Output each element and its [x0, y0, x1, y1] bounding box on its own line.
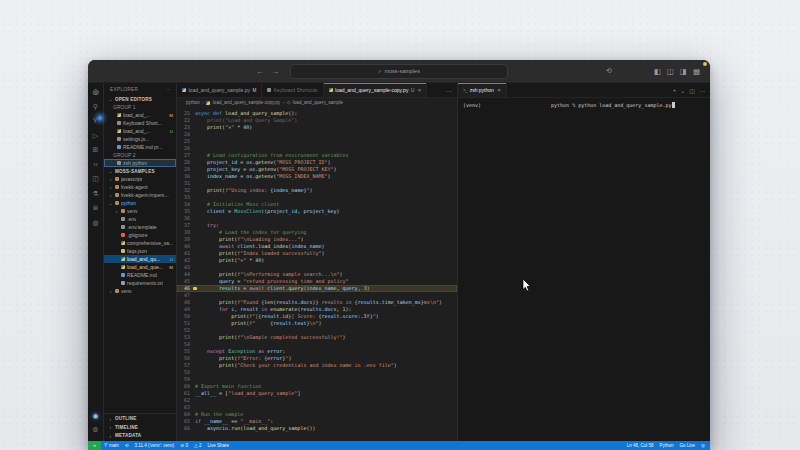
line-number[interactable]: 28: [177, 159, 195, 166]
section-metadata[interactable]: ›METADATA: [104, 431, 176, 440]
line-number[interactable]: 35: [177, 208, 195, 215]
activity-settings-icon[interactable]: ⚙: [88, 426, 103, 434]
section-outline[interactable]: ›OUTLINE: [104, 414, 176, 423]
code-line[interactable]: 46 results = await client.query(index_na…: [177, 285, 457, 292]
line-number[interactable]: 57: [177, 362, 195, 369]
activity-testing-icon[interactable]: ⚗: [88, 190, 103, 198]
open-editor-item[interactable]: settings.js...: [104, 135, 176, 143]
section-timeline[interactable]: ›TIMELINE: [104, 423, 176, 432]
code-line[interactable]: 49 for i, result in enumerate(results.do…: [177, 306, 457, 313]
status-bell[interactable]: ◎: [698, 443, 708, 448]
code-line[interactable]: 33: [177, 194, 457, 201]
code-line[interactable]: 54: [177, 341, 457, 348]
activity-source-control-icon[interactable]: Ƴ: [88, 117, 103, 125]
code-line[interactable]: 43: [177, 264, 457, 271]
code-line[interactable]: 30 index_name = os.getenv("MOSS_INDEX_NA…: [177, 173, 457, 180]
line-number[interactable]: 34: [177, 201, 195, 208]
line-number[interactable]: 36: [177, 215, 195, 222]
line-number[interactable]: 52: [177, 327, 195, 334]
plus-icon[interactable]: +: [673, 87, 677, 93]
code-line[interactable]: 61__all__ = ["load_and_query_sample"]: [177, 390, 457, 397]
line-number[interactable]: 24: [177, 131, 195, 138]
line-number[interactable]: 21: [177, 110, 195, 117]
tree-item[interactable]: load_and_qu...U: [104, 255, 176, 263]
code-line[interactable]: 64# Run the sample: [177, 411, 457, 418]
status-go-live[interactable]: Go Live: [677, 443, 699, 448]
line-number[interactable]: 54: [177, 341, 195, 348]
close-icon[interactable]: ×: [418, 87, 422, 93]
line-number[interactable]: 37: [177, 222, 195, 229]
code-line[interactable]: 41 print(f"Index loaded successfully"): [177, 250, 457, 257]
code-line[interactable]: 55 except Exception as error:: [177, 348, 457, 355]
tab-load-and-query-sample-copy-py[interactable]: load_and_query_sample-copy.pyU×: [324, 83, 428, 97]
code-line[interactable]: 40 await client.load_index(index_name): [177, 243, 457, 250]
code-line[interactable]: 28 project_id = os.getenv("MOSS_PROJECT_…: [177, 159, 457, 166]
line-number[interactable]: 58: [177, 369, 195, 376]
line-number[interactable]: 27: [177, 152, 195, 159]
line-number[interactable]: 40: [177, 243, 195, 250]
line-number[interactable]: 59: [177, 376, 195, 383]
code-line[interactable]: 26: [177, 145, 457, 152]
activity-database-icon[interactable]: ≣: [88, 204, 103, 212]
code-line[interactable]: 51 print(f" {result.text}\n"): [177, 320, 457, 327]
code-line[interactable]: 66 asyncio.run(load_and_query_sample()): [177, 425, 457, 432]
code-line[interactable]: 52: [177, 327, 457, 334]
refresh-icon[interactable]: ⟲: [606, 67, 612, 75]
open-editor-item[interactable]: zsh python: [104, 159, 176, 167]
breadcrumb-item[interactable]: load_and_query_sample: [293, 100, 343, 105]
tree-item[interactable]: faqs.json: [104, 247, 176, 255]
activity-live-share-icon[interactable]: ◍: [88, 219, 103, 227]
activity-run-debug-icon[interactable]: ▷: [88, 132, 103, 140]
tree-item[interactable]: .env.template: [104, 223, 176, 231]
open-editor-item[interactable]: load_and_...U: [104, 127, 176, 135]
tree-item[interactable]: ›venv: [104, 207, 176, 215]
line-number[interactable]: 39: [177, 236, 195, 243]
terminal-body[interactable]: (venv) python % python load_and_query_sa…: [458, 98, 710, 441]
line-number[interactable]: 49: [177, 306, 195, 313]
line-number[interactable]: 61: [177, 390, 195, 397]
tree-item[interactable]: comprehensive_sa...: [104, 239, 176, 247]
line-number[interactable]: 41: [177, 250, 195, 257]
line-number[interactable]: 66: [177, 425, 195, 432]
tree-item[interactable]: ›livekit-agent-impers...: [104, 191, 176, 199]
line-number[interactable]: 45: [177, 278, 195, 285]
terminal-tab[interactable]: >_ zsh python ×: [458, 83, 507, 97]
tab-load-and-query-sample-py[interactable]: load_and_query_sample.pyM: [177, 83, 262, 97]
line-number[interactable]: 63: [177, 404, 195, 411]
code-line[interactable]: 42 print("=" * 40): [177, 257, 457, 264]
code-line[interactable]: 50 print(f"[{result.id}] Score: {result.…: [177, 313, 457, 320]
line-number[interactable]: 43: [177, 264, 195, 271]
code-line[interactable]: 60# Export main function: [177, 383, 457, 390]
line-number[interactable]: 44: [177, 271, 195, 278]
line-number[interactable]: 38: [177, 229, 195, 236]
status-live-share[interactable]: Live Share: [204, 443, 232, 448]
tree-item[interactable]: ⌄python: [104, 199, 176, 207]
status-ln-46-col-58[interactable]: Ln 46, Col 58: [624, 443, 657, 448]
line-number[interactable]: 25: [177, 138, 195, 145]
chevron-down-icon[interactable]: ⌄: [680, 87, 685, 94]
tree-item[interactable]: load_and_que...M: [104, 263, 176, 271]
forward-icon[interactable]: →: [271, 67, 279, 76]
line-number[interactable]: 23: [177, 124, 195, 131]
tree-item[interactable]: ›javascript: [104, 175, 176, 183]
code-line[interactable]: 31: [177, 180, 457, 187]
line-number[interactable]: 31: [177, 180, 195, 187]
line-number[interactable]: 62: [177, 397, 195, 404]
code-line[interactable]: 27 # Load configuration from environment…: [177, 152, 457, 159]
code-line[interactable]: 53 print(f"\nSample completed successful…: [177, 334, 457, 341]
toggle-panel-icon[interactable]: ◫: [667, 67, 674, 76]
line-number[interactable]: 53: [177, 334, 195, 341]
close-icon[interactable]: ×: [497, 87, 501, 93]
line-number[interactable]: 48: [177, 299, 195, 306]
code-line[interactable]: 29 project_key = os.getenv("MOSS_PROJECT…: [177, 166, 457, 173]
code-line[interactable]: 44 print(f"\nPerforming sample search...…: [177, 271, 457, 278]
code-line[interactable]: 39 print(f"\nLoading index..."): [177, 236, 457, 243]
status-python[interactable]: Python: [657, 443, 677, 448]
code-line[interactable]: 45 query = "refund processing time and p…: [177, 278, 457, 285]
line-number[interactable]: 51: [177, 320, 195, 327]
tab-keyboard-shortcuts[interactable]: Keyboard Shortcuts: [262, 83, 323, 97]
back-icon[interactable]: ←: [256, 67, 264, 76]
open-editor-item[interactable]: load_and_...M: [104, 111, 176, 119]
code-line[interactable]: 57 print("Check your credentials and ind…: [177, 362, 457, 369]
code-line[interactable]: 37 try:: [177, 222, 457, 229]
